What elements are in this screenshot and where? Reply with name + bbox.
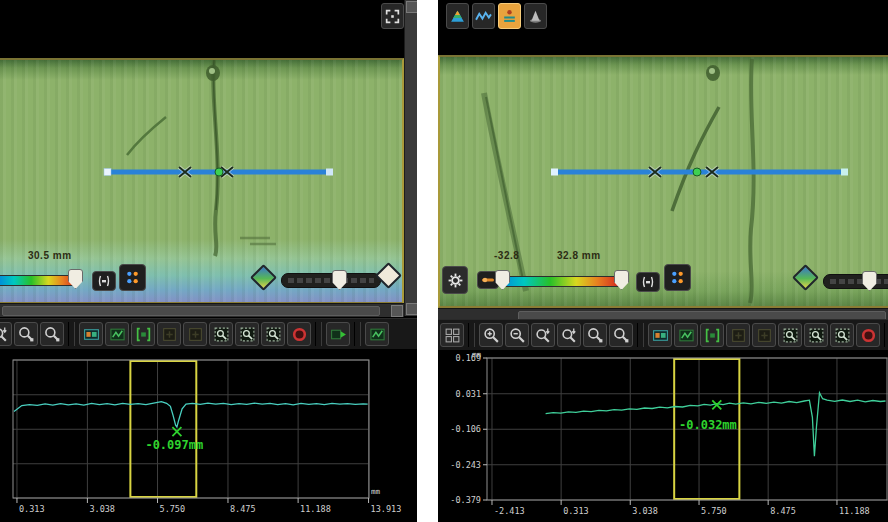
region-zoom-2-icon[interactable] bbox=[235, 322, 259, 346]
zoom-in-icon[interactable] bbox=[479, 323, 503, 347]
fullscreen-icon[interactable] bbox=[381, 3, 404, 29]
zoom-pan-icon[interactable] bbox=[0, 322, 12, 346]
scratch-mark bbox=[127, 117, 166, 155]
save-profile-icon[interactable] bbox=[365, 322, 389, 346]
height-map-view-icon[interactable] bbox=[446, 3, 469, 29]
histogram-toggle-icon[interactable] bbox=[636, 272, 660, 292]
region-zoom-2-icon[interactable] bbox=[804, 323, 828, 347]
zoom-next-icon[interactable] bbox=[609, 323, 633, 347]
layout-dots-icon[interactable] bbox=[119, 264, 146, 291]
zoom-pan-2-icon[interactable] bbox=[557, 323, 581, 347]
gear-icon[interactable] bbox=[442, 266, 468, 294]
y-tick-label: 0.031 bbox=[455, 389, 481, 399]
vertical-scrollbar[interactable] bbox=[404, 0, 417, 316]
scrubber-track bbox=[288, 278, 374, 283]
x-tick-label: 11.188 bbox=[839, 506, 870, 516]
left-profile-chart[interactable]: -0.097mm0.3133.0385.7508.47511.18813.913… bbox=[0, 352, 417, 522]
app-root: 30.5 mm -0.097mm0.3133.0385 bbox=[0, 0, 888, 522]
measurement-line[interactable] bbox=[551, 167, 848, 177]
x-tick-label: 0.313 bbox=[563, 506, 589, 516]
zoom-out-icon[interactable] bbox=[505, 323, 529, 347]
toolbar-separator bbox=[354, 322, 361, 346]
record-icon[interactable] bbox=[856, 323, 880, 347]
scroll-thumb[interactable] bbox=[2, 306, 380, 316]
frame-scrubber[interactable] bbox=[823, 274, 888, 289]
color-scale-bar bbox=[502, 276, 622, 287]
color-image-icon[interactable] bbox=[79, 322, 103, 346]
left-view-toolbar bbox=[381, 3, 404, 29]
toolbar-separator bbox=[468, 323, 475, 347]
disabled-tool-2-icon[interactable] bbox=[752, 323, 776, 347]
depth-marker-icon[interactable] bbox=[172, 427, 181, 436]
right-chart-toolbar bbox=[438, 319, 888, 351]
x-tick-label: -2.413 bbox=[494, 506, 525, 516]
measure-point-dot[interactable] bbox=[693, 168, 701, 176]
y-tick-label: -0.106 bbox=[450, 424, 481, 434]
y-tick-label: -0.243 bbox=[450, 460, 481, 470]
y-tick-label: -0.379 bbox=[450, 495, 481, 505]
scroll-down-icon[interactable] bbox=[406, 303, 417, 315]
fit-width-icon[interactable] bbox=[700, 323, 724, 347]
left-scan-image[interactable]: 30.5 mm bbox=[0, 58, 404, 304]
scrubber-track bbox=[830, 279, 888, 284]
disabled-tool-2-icon[interactable] bbox=[183, 322, 207, 346]
disabled-tool-icon[interactable] bbox=[157, 322, 181, 346]
horizontal-scrollbar[interactable] bbox=[0, 303, 404, 317]
toolbar-separator bbox=[68, 322, 75, 346]
disabled-tool-icon[interactable] bbox=[726, 323, 750, 347]
scroll-up-icon[interactable] bbox=[406, 1, 417, 13]
x-tick-label: 5.750 bbox=[701, 506, 727, 516]
measure-point-dot[interactable] bbox=[215, 168, 223, 176]
x-tick-label: 13.913 bbox=[371, 504, 402, 514]
scrubber-handle-icon[interactable] bbox=[862, 271, 877, 291]
color-image-icon[interactable] bbox=[648, 323, 672, 347]
left-scan-overlay bbox=[0, 60, 402, 302]
color-scale-value: 30.5 mm bbox=[28, 250, 72, 261]
zoom-prev-icon[interactable] bbox=[14, 322, 38, 346]
right-profile-chart[interactable]: -0.032mm-2.4130.3133.0385.7508.47511.188… bbox=[438, 352, 888, 522]
profile-line bbox=[14, 402, 368, 427]
scrubber-handle-icon[interactable] bbox=[332, 270, 347, 290]
fit-width-icon[interactable] bbox=[131, 322, 155, 346]
layer-profile-view-icon[interactable] bbox=[498, 3, 521, 29]
toolbar-separator bbox=[315, 322, 322, 346]
x-tick-label: 3.038 bbox=[632, 506, 658, 516]
peak-view-icon[interactable] bbox=[524, 3, 547, 29]
toolbar-separator bbox=[637, 323, 644, 347]
zoom-prev-icon[interactable] bbox=[583, 323, 607, 347]
measurement-line[interactable] bbox=[104, 167, 333, 177]
line-endpoint-handle[interactable] bbox=[326, 169, 333, 176]
depth-value-label: -0.032mm bbox=[679, 418, 737, 432]
scroll-right-icon[interactable] bbox=[391, 305, 403, 317]
color-scale-max-value: 32.8 mm bbox=[557, 250, 601, 261]
histogram-toggle-icon[interactable] bbox=[92, 271, 116, 291]
line-endpoint-handle[interactable] bbox=[841, 169, 848, 176]
scratch-mark bbox=[672, 107, 719, 211]
depth-value-label: -0.097mm bbox=[145, 438, 203, 452]
x-tick-label: 8.475 bbox=[770, 506, 796, 516]
x-tick-label: 3.038 bbox=[89, 504, 115, 514]
record-icon[interactable] bbox=[287, 322, 311, 346]
frame-scrubber[interactable] bbox=[281, 273, 381, 288]
color-scale-bar bbox=[0, 275, 79, 286]
layout-dots-icon[interactable] bbox=[664, 264, 691, 291]
x-tick-label: 0.313 bbox=[19, 504, 45, 514]
region-zoom-3-icon[interactable] bbox=[830, 323, 854, 347]
zoom-pan-icon[interactable] bbox=[531, 323, 555, 347]
profile-wave-view-icon[interactable] bbox=[472, 3, 495, 29]
left-chart-toolbar bbox=[0, 318, 417, 350]
export-icon[interactable] bbox=[326, 322, 350, 346]
green-image-icon[interactable] bbox=[674, 323, 698, 347]
x-tick-label: 5.750 bbox=[160, 504, 186, 514]
axis-unit-label: mm bbox=[371, 487, 381, 496]
region-zoom-3-icon[interactable] bbox=[261, 322, 285, 346]
region-zoom-icon[interactable] bbox=[209, 322, 233, 346]
display-settings-icon[interactable] bbox=[440, 323, 464, 347]
left-viewer-panel: 30.5 mm -0.097mm0.3133.0385 bbox=[0, 0, 417, 522]
region-zoom-icon[interactable] bbox=[778, 323, 802, 347]
line-endpoint-handle[interactable] bbox=[104, 169, 111, 176]
line-endpoint-handle[interactable] bbox=[551, 169, 558, 176]
green-image-icon[interactable] bbox=[105, 322, 129, 346]
right-scan-image[interactable]: -32.8 32.8 mm bbox=[438, 55, 888, 308]
zoom-next-icon[interactable] bbox=[40, 322, 64, 346]
